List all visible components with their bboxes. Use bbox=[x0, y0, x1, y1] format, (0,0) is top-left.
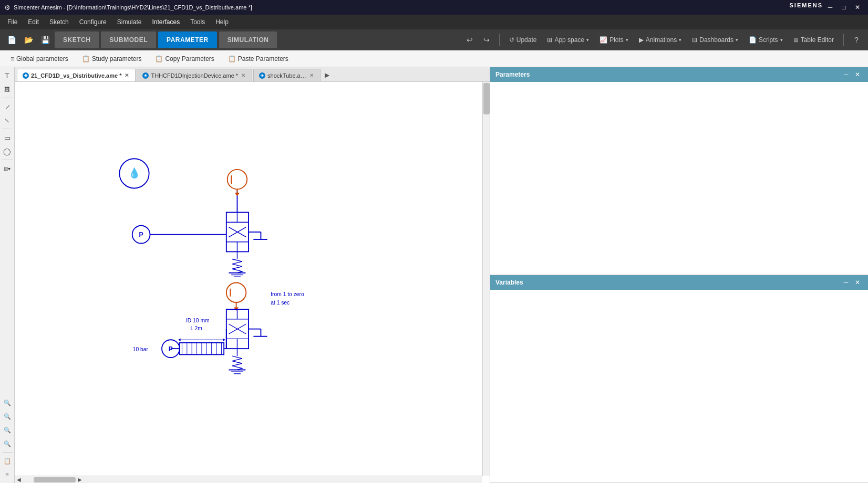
zoom-out-btn[interactable]: 🔍 bbox=[1, 424, 14, 436]
dashboards-button[interactable]: ⊟ Dashboards ▾ bbox=[688, 34, 742, 46]
plots-label: Plots bbox=[609, 36, 624, 44]
menu-help[interactable]: Help bbox=[210, 16, 234, 28]
file-tab-2[interactable]: ◈ THHCFD1DInjectionDevice.ame * ✕ bbox=[137, 69, 252, 81]
copy-view-btn[interactable]: 📋 bbox=[1, 455, 14, 467]
toolbar-icon-3[interactable]: 💾 bbox=[38, 33, 53, 47]
menu-edit[interactable]: Edit bbox=[23, 16, 44, 28]
tool-sep-3 bbox=[2, 160, 13, 160]
animations-chevron: ▾ bbox=[679, 37, 681, 43]
tool-rectangle[interactable]: ▭ bbox=[1, 131, 14, 144]
tool-text[interactable]: T bbox=[1, 69, 14, 82]
menu-configure[interactable]: Configure bbox=[74, 16, 112, 28]
length-label: L 2m bbox=[190, 326, 202, 331]
variables-header-btns: ─ ✕ bbox=[841, 277, 863, 288]
appspace-button[interactable]: ⊞ App space ▾ bbox=[543, 34, 593, 46]
toolbar-sep-2 bbox=[843, 34, 844, 46]
variables-close-btn[interactable]: ✕ bbox=[852, 277, 863, 288]
minimize-button[interactable]: ─ bbox=[824, 2, 836, 13]
zoom-in-btn[interactable]: 🔍 bbox=[1, 410, 14, 423]
paste-params-btn[interactable]: 📋 Paste Parameters bbox=[222, 53, 295, 65]
hscroll-thumb[interactable] bbox=[34, 477, 76, 482]
update-icon: ↺ bbox=[509, 36, 514, 44]
tab-parameter[interactable]: PARAMETER bbox=[158, 32, 217, 48]
animations-label: Animations bbox=[646, 36, 677, 44]
menu-file[interactable]: File bbox=[2, 16, 23, 28]
align-btn[interactable]: ≡ bbox=[1, 468, 14, 481]
zoom-fit-btn[interactable]: 🔍 bbox=[1, 437, 14, 450]
file-tab-1[interactable]: ◈ 21_CFD1D_vs_Distributive.ame * ✕ bbox=[17, 69, 136, 81]
tab-more-arrow[interactable]: ▶ bbox=[322, 69, 333, 81]
global-params-btn[interactable]: ≡ Global parameters bbox=[4, 53, 75, 65]
appspace-icon: ⊞ bbox=[547, 36, 552, 44]
toolbar-icon-2[interactable]: 📂 bbox=[21, 33, 36, 47]
animations-icon: ▶ bbox=[639, 36, 644, 44]
plots-button[interactable]: 📈 Plots ▾ bbox=[595, 34, 633, 46]
tool-section-top: T 🖼 ─ ─ ▭ ◯ ⊞▾ bbox=[1, 69, 14, 175]
tab2-label: THHCFD1DInjectionDevice.ame * bbox=[151, 72, 238, 79]
svg-marker-56 bbox=[223, 338, 225, 341]
tab-sketch[interactable]: SKETCH bbox=[55, 32, 99, 48]
tab3-close[interactable]: ✕ bbox=[308, 72, 315, 78]
zoom-region-btn[interactable]: 🔍 bbox=[1, 396, 14, 409]
scripts-chevron: ▾ bbox=[780, 37, 783, 43]
menu-sketch[interactable]: Sketch bbox=[44, 16, 74, 28]
tool-image[interactable]: 🖼 bbox=[1, 83, 14, 96]
dashboards-icon: ⊟ bbox=[692, 36, 697, 44]
tableeditor-button[interactable]: ⊞ Table Editor bbox=[789, 34, 838, 46]
sub-toolbar: ≡ Global parameters 📋 Study parameters 📋… bbox=[0, 50, 868, 67]
tool-misc[interactable]: ⊞▾ bbox=[1, 162, 14, 175]
toolbar-icon-1[interactable]: 📄 bbox=[4, 33, 19, 47]
horizontal-scrollbar[interactable]: ◀ ▶ bbox=[15, 476, 482, 483]
menu-simulate[interactable]: Simulate bbox=[112, 16, 147, 28]
vertical-scrollbar[interactable] bbox=[482, 82, 490, 476]
parameters-minimize-btn[interactable]: ─ bbox=[841, 69, 851, 80]
tool-sep-4 bbox=[2, 452, 13, 453]
app-icon: ⚙ bbox=[4, 4, 11, 12]
id-label: ID 10 mm bbox=[186, 318, 210, 323]
right-panel: Parameters ─ ✕ Variables ─ ✕ bbox=[490, 67, 868, 483]
update-button[interactable]: ↺ Update bbox=[505, 34, 541, 46]
hscroll-left-arrow[interactable]: ◀ bbox=[15, 477, 23, 482]
file-tab-3[interactable]: ◈ shockTube.a… ✕ bbox=[253, 69, 321, 81]
svg-point-20 bbox=[228, 170, 247, 190]
title-bar-controls: SIEMENS ─ □ ✕ bbox=[789, 2, 864, 13]
tab3-label: shockTube.a… bbox=[267, 72, 306, 79]
file-tabs: ◈ 21_CFD1D_vs_Distributive.ame * ✕ ◈ THH… bbox=[15, 67, 490, 82]
study-params-btn[interactable]: 📋 Study parameters bbox=[76, 53, 148, 65]
close-button[interactable]: ✕ bbox=[851, 2, 864, 13]
hscroll-right-arrow[interactable]: ▶ bbox=[76, 477, 84, 482]
help-button[interactable]: ? bbox=[849, 33, 864, 47]
redo-button[interactable]: ↪ bbox=[479, 33, 494, 47]
tool-ellipse[interactable]: ◯ bbox=[1, 145, 14, 158]
toolbar-right: ↩ ↪ ↺ Update ⊞ App space ▾ 📈 Plots ▾ ▶ A… bbox=[462, 33, 864, 47]
tab2-close[interactable]: ✕ bbox=[240, 72, 246, 78]
tab1-close[interactable]: ✕ bbox=[123, 72, 130, 78]
menu-tools[interactable]: Tools bbox=[185, 16, 210, 28]
tab-simulation[interactable]: SIMULATION bbox=[219, 32, 277, 48]
global-params-icon: ≡ bbox=[11, 55, 14, 62]
copy-params-btn[interactable]: 📋 Copy Parameters bbox=[149, 53, 220, 65]
parameters-panel: Parameters ─ ✕ bbox=[490, 67, 868, 275]
svg-text:P: P bbox=[139, 231, 143, 238]
window-title: Simcenter Amesim - [D:\Information\Train… bbox=[14, 4, 252, 10]
restore-button[interactable]: □ bbox=[838, 2, 850, 13]
dashboards-label: Dashboards bbox=[699, 36, 733, 44]
toolbar-sep-1 bbox=[499, 34, 500, 46]
parameters-content bbox=[490, 82, 868, 275]
paste-params-icon: 📋 bbox=[228, 55, 236, 62]
parameters-close-btn[interactable]: ✕ bbox=[852, 69, 863, 80]
animations-button[interactable]: ▶ Animations ▾ bbox=[635, 34, 686, 46]
variables-minimize-btn[interactable]: ─ bbox=[841, 277, 851, 288]
scripts-button[interactable]: 📄 Scripts ▾ bbox=[745, 34, 787, 46]
toolbar: 📄 📂 💾 SKETCH SUBMODEL PARAMETER SIMULATI… bbox=[0, 29, 868, 50]
study-params-icon: 📋 bbox=[82, 55, 90, 62]
svg-marker-55 bbox=[178, 338, 181, 341]
tool-diagonal[interactable]: ─ bbox=[0, 111, 16, 129]
title-bar-left: ⚙ Simcenter Amesim - [D:\Information\Tra… bbox=[4, 4, 252, 12]
tab1-icon: ◈ bbox=[23, 72, 29, 79]
menu-interfaces[interactable]: Interfaces bbox=[147, 16, 185, 28]
tab-submodel[interactable]: SUBMODEL bbox=[101, 32, 156, 48]
vscroll-thumb[interactable] bbox=[483, 83, 490, 114]
canvas-content[interactable]: 💧 P bbox=[15, 82, 490, 483]
undo-button[interactable]: ↩ bbox=[462, 33, 477, 47]
